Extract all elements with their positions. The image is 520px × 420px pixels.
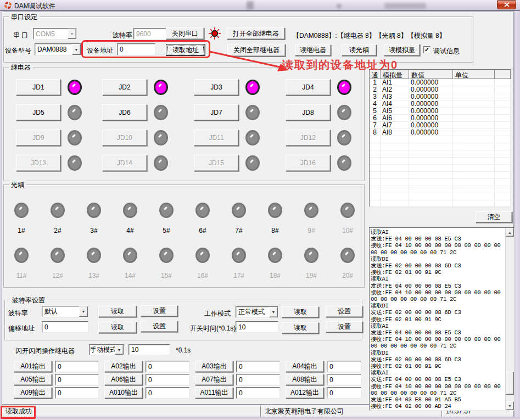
table-row[interactable]: 8AI80.000000 <box>370 129 511 136</box>
opto-led-11 <box>14 248 29 263</box>
output-input-a010[interactable]: 0 <box>146 387 189 399</box>
relay-button-jd15[interactable]: JD15 <box>194 155 239 171</box>
relay-button-jd2[interactable]: JD2 <box>102 79 147 96</box>
relay-button-jd3[interactable]: JD3 <box>194 79 239 96</box>
relay-button-jd16[interactable]: JD16 <box>286 155 331 171</box>
relay-button-jd10[interactable]: JD10 <box>102 130 147 146</box>
baudrate-select[interactable]: 默认 ▼ <box>42 306 88 317</box>
output-button-a06[interactable]: A06输出 <box>104 374 143 385</box>
output-input-a012[interactable]: 0 <box>327 387 361 399</box>
led-glint-icon <box>127 251 131 255</box>
output-input-a05[interactable]: 0 <box>55 374 99 385</box>
titlebar[interactable]: DAM调试软件 <box>0 0 520 11</box>
log-line: 接收:FE 04 10 00 00 00 00 00 00 00 00 00 <box>371 336 506 343</box>
relay-button-jd11[interactable]: JD11 <box>194 130 239 146</box>
output-button-a08[interactable]: A08输出 <box>286 374 324 385</box>
table-row <box>370 172 511 179</box>
table-cell <box>495 143 511 150</box>
offset-set-button[interactable]: 设置 <box>141 321 178 332</box>
scroll-down-icon[interactable]: ▼ <box>506 401 514 410</box>
relay-button-jd8[interactable]: JD8 <box>286 104 331 121</box>
open-all-relays-button[interactable]: 打开全部继电器 <box>227 27 285 40</box>
output-input-a09[interactable]: 0 <box>55 387 99 399</box>
table-row[interactable]: 3AI30.000000 <box>370 93 511 100</box>
output-button-a05[interactable]: A05输出 <box>14 374 52 385</box>
switch-time-set-button[interactable]: 设置 <box>326 321 363 333</box>
table-cell <box>409 186 453 193</box>
output-button-a04[interactable]: A04输出 <box>286 361 324 372</box>
relay-button-jd14[interactable]: JD14 <box>102 155 147 171</box>
log-line: 读取AI <box>371 369 506 376</box>
analog-col-header[interactable]: 数值 <box>409 70 453 79</box>
offset-read-button[interactable]: 读取 <box>98 322 137 333</box>
port-select[interactable]: COM5 ▼ <box>33 28 77 40</box>
analog-col-header[interactable]: 单位 <box>453 70 495 79</box>
clear-log-button[interactable]: 清空 <box>476 211 512 223</box>
relay-button-jd7[interactable]: JD7 <box>194 104 239 121</box>
opto-led-12 <box>51 248 65 263</box>
relay-button-jd1[interactable]: JD1 <box>16 79 61 96</box>
flash-time-input[interactable]: 10 <box>128 344 170 355</box>
output-button-a010[interactable]: A010输出 <box>104 387 143 399</box>
scroll-thumb[interactable] <box>506 372 514 395</box>
model-select[interactable]: DAM0888 ▼ <box>35 43 81 55</box>
output-input-a04[interactable]: 0 <box>327 361 361 372</box>
workmode-select[interactable]: 正常模式 ▼ <box>236 306 278 318</box>
table-row[interactable]: 6AI60.000000 <box>370 115 511 122</box>
relay-led-jd10 <box>154 130 168 145</box>
analog-col-header[interactable] <box>495 70 511 79</box>
relay-button-jd9[interactable]: JD9 <box>16 130 61 146</box>
output-button-a07[interactable]: A07输出 <box>195 374 233 385</box>
table-cell <box>370 193 381 200</box>
output-button-a011[interactable]: A011输出 <box>195 387 233 399</box>
table-row[interactable]: 5AI50.000000 <box>370 108 511 115</box>
workmode-read-button[interactable]: 读取 <box>282 306 319 318</box>
log-line: 读取DI <box>371 256 506 262</box>
table-row[interactable]: 2AI20.000000 <box>370 86 511 93</box>
close-port-button[interactable]: 关闭串口 <box>166 27 204 40</box>
output-input-a03[interactable]: 0 <box>236 361 280 372</box>
output-input-a06[interactable]: 0 <box>146 374 189 385</box>
switch-time-read-button[interactable]: 读取 <box>282 322 319 334</box>
log-panel[interactable]: 读取AI发送:FE 04 00 00 00 08 E5 C3接收:FE 04 1… <box>369 227 515 411</box>
switch-time-input[interactable]: 10 <box>236 321 278 333</box>
output-button-a03[interactable]: A03输出 <box>195 361 233 372</box>
read-analog-button[interactable]: 读模拟量 <box>384 44 420 56</box>
close-button[interactable] <box>497 0 516 9</box>
flash-mode-select[interactable]: 手动模式 ▼ <box>89 344 124 355</box>
table-row <box>370 136 511 143</box>
output-input-a011[interactable]: 0 <box>236 387 280 399</box>
output-button-a09[interactable]: A09输出 <box>14 387 52 399</box>
output-button-a02[interactable]: A02输出 <box>104 361 143 372</box>
relay-button-jd12[interactable]: JD12 <box>286 130 331 146</box>
baudrate-set-button[interactable]: 设置 <box>141 305 178 317</box>
output-input-a08[interactable]: 0 <box>327 374 361 385</box>
table-row <box>370 186 511 193</box>
read-opto-button[interactable]: 读光耦 <box>342 44 377 56</box>
scroll-up-icon[interactable]: ▲ <box>506 228 514 237</box>
output-input-a02[interactable]: 0 <box>146 361 189 372</box>
table-row[interactable]: 7AI70.000000 <box>370 122 511 129</box>
output-input-a07[interactable]: 0 <box>236 374 280 385</box>
debug-info-checkbox[interactable]: ✓ <box>423 46 430 53</box>
log-scrollbar[interactable]: ▲ ▼ <box>505 228 514 410</box>
relay-button-jd13[interactable]: JD13 <box>16 155 61 171</box>
opto-label-3: 3# <box>83 227 105 234</box>
workmode-set-button[interactable]: 设置 <box>326 306 363 317</box>
output-button-a01[interactable]: A01输出 <box>14 361 52 372</box>
led-glint-icon <box>72 83 76 87</box>
read-relay-button[interactable]: 读继电器 <box>295 44 331 56</box>
offset-address-input[interactable]: 0 <box>42 321 88 333</box>
relay-button-jd6[interactable]: JD6 <box>102 104 147 121</box>
output-input-a01[interactable]: 0 <box>55 361 99 372</box>
relay-button-jd4[interactable]: JD4 <box>286 79 331 96</box>
table-cell <box>409 200 453 208</box>
relay-button-jd5[interactable]: JD5 <box>16 104 61 121</box>
table-row[interactable]: 1AI10.000000 <box>370 79 511 86</box>
table-row[interactable]: 4AI40.000000 <box>370 100 511 108</box>
output-button-a012[interactable]: A012输出 <box>286 387 324 399</box>
status-highlight-box <box>1 406 36 419</box>
table-row <box>370 200 511 208</box>
baudrate-read-button[interactable]: 读取 <box>98 306 137 317</box>
led-glint-icon <box>127 206 131 210</box>
